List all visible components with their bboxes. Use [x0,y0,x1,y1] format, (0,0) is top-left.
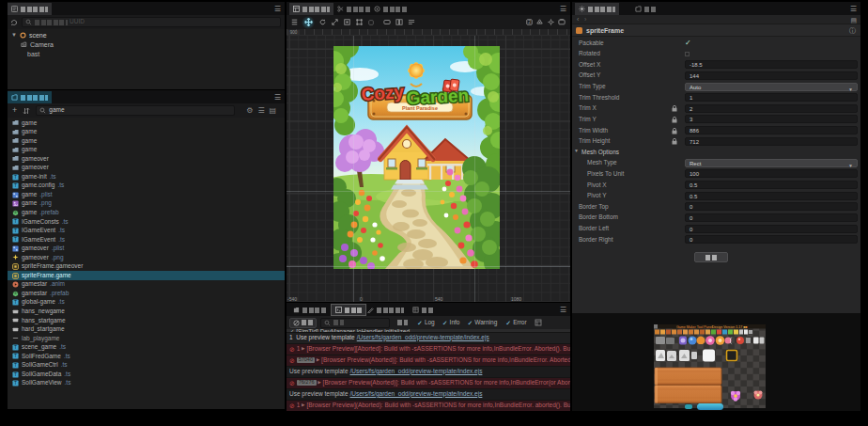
svg-text:T: T [14,238,17,243]
svg-text:T: T [14,345,17,350]
svg-text:T: T [14,381,17,386]
svg-text:2: 2 [528,20,531,24]
svg-text:Garden: Garden [406,86,470,108]
svg-text:T: T [14,372,17,377]
svg-text:T: T [14,175,17,180]
svg-text:T: T [14,220,17,225]
svg-text:T: T [14,363,17,368]
svg-text:T: T [14,300,17,305]
svg-text:T: T [14,355,17,359]
svg-text:Cozy: Cozy [361,82,405,104]
svg-text:T: T [14,229,17,233]
svg-text:Design Version 1.17 ■■: Design Version 1.17 ■■ [712,325,748,329]
svg-text:T: T [14,183,17,188]
svg-text:Game Maker Tool Panel: Game Maker Tool Panel [676,325,713,329]
